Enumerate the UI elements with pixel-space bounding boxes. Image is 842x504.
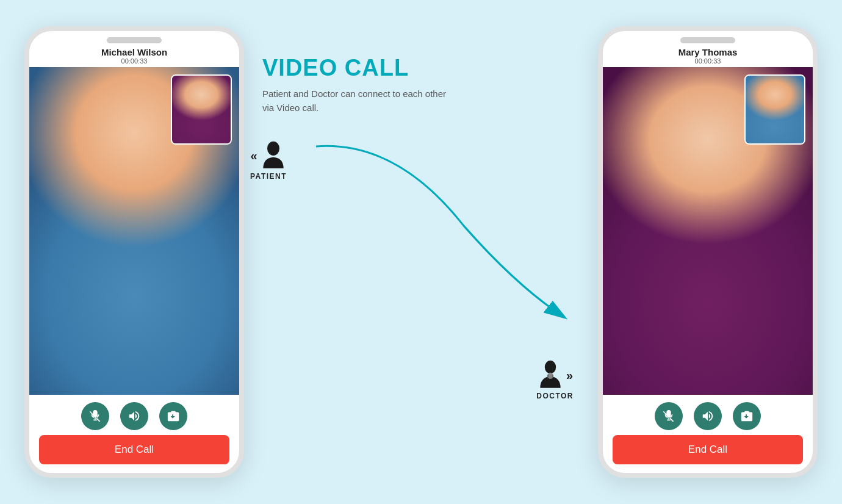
left-pip-video (172, 76, 231, 143)
left-switch-camera-button[interactable] (159, 402, 187, 430)
left-phone-controls (29, 395, 239, 435)
left-phone-video (29, 67, 239, 395)
right-speaker-button[interactable] (694, 402, 722, 430)
right-mute-button[interactable] (655, 402, 683, 430)
svg-rect-3 (549, 373, 552, 379)
right-switch-camera-button[interactable] (733, 402, 761, 430)
left-mute-button[interactable] (81, 402, 109, 430)
left-pip (171, 74, 232, 145)
left-end-call-button[interactable]: End Call (39, 435, 229, 464)
arrow-container (262, 128, 598, 342)
left-phone-name: Michael Wilson (35, 47, 233, 57)
right-phone-header: Mary Thomas 00:00:33 (603, 43, 813, 67)
doctor-label-text: DOCTOR (536, 392, 574, 400)
speaker-icon (128, 409, 141, 423)
connection-arrow (262, 128, 598, 342)
left-speaker-button[interactable] (120, 402, 148, 430)
left-phone-header: Michael Wilson 00:00:33 (29, 43, 239, 67)
right-switch-camera-icon (740, 409, 754, 423)
section-subtitle: Patient and Doctor can connect to each o… (262, 87, 458, 115)
phone-notch-right (680, 37, 735, 43)
right-phone: Mary Thomas 00:00:33 (598, 26, 818, 478)
phone-notch-left (107, 37, 162, 43)
switch-camera-icon (167, 409, 180, 423)
doctor-label-container: » DOCTOR (536, 360, 574, 400)
doctor-figure-icon (537, 360, 564, 391)
right-mic-mute-icon (662, 409, 675, 423)
right-phone-controls (603, 395, 813, 435)
right-phone-name: Mary Thomas (609, 47, 807, 57)
page-container: Michael Wilson 00:00:33 (0, 0, 842, 504)
svg-point-1 (545, 361, 556, 374)
right-speaker-icon (701, 409, 714, 423)
doctor-icon-row: » (537, 360, 573, 391)
right-end-call-button[interactable]: End Call (613, 435, 803, 464)
section-title: VIDEO CALL (262, 55, 409, 81)
left-phone-timer: 00:00:33 (35, 57, 233, 65)
right-phone-timer: 00:00:33 (609, 57, 807, 65)
chevron-right-icon: » (566, 369, 573, 383)
mic-mute-icon (88, 409, 102, 423)
middle-section: VIDEO CALL Patient and Doctor can connec… (244, 18, 598, 486)
right-pip-video (746, 76, 804, 143)
right-pip (744, 74, 805, 145)
chevron-left-icon: « (250, 149, 257, 163)
right-phone-video (603, 67, 813, 395)
left-phone: Michael Wilson 00:00:33 (24, 26, 244, 478)
